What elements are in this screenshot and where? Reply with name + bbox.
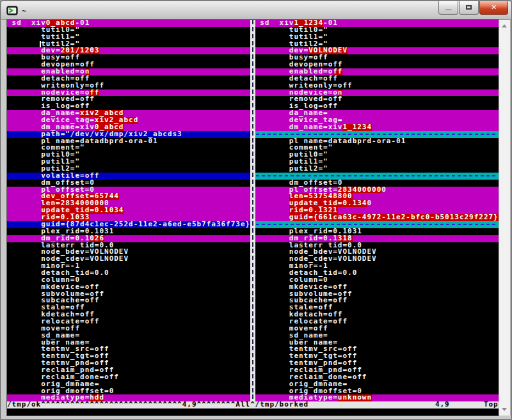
diff-line-right: tentmv_src=off	[255, 346, 499, 353]
vertical-split-divider[interactable]	[250, 193, 255, 200]
vertical-split-divider[interactable]	[250, 152, 255, 159]
vertical-split-divider[interactable]	[250, 291, 255, 298]
vertical-split-divider[interactable]	[250, 187, 255, 194]
vertical-split-divider[interactable]	[250, 228, 255, 235]
vertical-split-divider[interactable]	[250, 277, 255, 284]
vertical-split-divider[interactable]	[250, 367, 255, 374]
terminal-screen[interactable]: sd xiv0_abcd-01 sd xiv1_1234-01 tutil0="…	[7, 20, 499, 416]
vertical-split-divider[interactable]	[250, 353, 255, 360]
window-controls: — ✕	[438, 1, 508, 15]
vertical-split-divider[interactable]	[250, 41, 255, 48]
scrollbar-track[interactable]	[499, 20, 511, 416]
vertical-split-divider[interactable]	[250, 96, 255, 103]
vertical-split-divider[interactable]	[250, 297, 255, 304]
diff-text: tentmv_tgt=off	[7, 353, 109, 360]
scrollbar-down-arrow-icon[interactable]	[499, 405, 510, 414]
diff-changed-text: xiv2_abcd	[95, 117, 138, 124]
vertical-split-divider[interactable]	[250, 214, 255, 221]
vertical-split-divider[interactable]	[250, 54, 255, 61]
scrollbar-up-arrow-icon[interactable]	[499, 22, 510, 31]
diff-line-right: detach_tid=0.0	[255, 270, 499, 277]
terminal-row: nodevice=off nodevice=on	[7, 89, 499, 97]
terminal-row: putil1=" putil1="	[7, 159, 499, 166]
vertical-split-divider[interactable]	[250, 159, 255, 166]
vertical-split-divider[interactable]	[250, 304, 255, 311]
vertical-split-divider[interactable]	[250, 235, 255, 242]
vertical-split-divider[interactable]	[250, 138, 255, 145]
diff-line-right: tutil2="	[255, 41, 499, 48]
diff-text: relocate=off	[7, 318, 99, 325]
diff-line-right: relocate=off	[255, 318, 499, 325]
vertical-split-divider[interactable]	[250, 20, 255, 27]
vertical-split-divider[interactable]	[250, 68, 255, 75]
diff-line-right: plex_rid=0.1031	[255, 228, 499, 235]
diff-text: putil0="	[255, 152, 328, 159]
diff-text: sd xiv	[255, 20, 294, 27]
diff-text: putil0="	[7, 152, 80, 159]
diff-line-right: lasterr_tid=0.0	[255, 242, 499, 249]
vertical-split-divider[interactable]	[250, 374, 255, 381]
vertical-split-divider[interactable]	[250, 144, 255, 152]
vertical-split-divider[interactable]	[250, 110, 255, 117]
vertical-split-divider[interactable]	[250, 207, 255, 214]
vertical-split-divider[interactable]	[250, 360, 255, 367]
diff-text: tentmv_pnd=off	[7, 360, 109, 367]
vertical-split-divider[interactable]	[250, 47, 255, 54]
diff-line-left: stale=off	[7, 304, 250, 311]
vertical-split-divider[interactable]	[250, 318, 255, 325]
vertical-split-divider[interactable]	[250, 263, 255, 270]
vertical-split-divider[interactable]	[250, 346, 255, 353]
vertical-split-divider[interactable]	[250, 34, 255, 41]
vertical-split-divider[interactable]	[250, 200, 255, 207]
vertical-split-divider[interactable]	[250, 332, 255, 339]
vertical-split-divider[interactable]	[250, 270, 255, 277]
diff-line-left: move=off	[7, 325, 250, 332]
titlebar[interactable]: ~ — ✕	[1, 1, 511, 20]
minimize-button[interactable]: —	[438, 1, 458, 15]
vertical-split-divider[interactable]	[250, 117, 255, 124]
vertical-split-divider[interactable]	[250, 124, 255, 131]
vertical-split-divider[interactable]	[250, 394, 255, 401]
vertical-split-divider[interactable]	[250, 325, 255, 332]
diff-line-right: mkdevice=off	[255, 284, 499, 291]
diff-line-left: nodevice=off	[7, 89, 250, 97]
vertical-split-divider[interactable]	[250, 131, 255, 138]
vertical-split-divider[interactable]	[250, 249, 255, 256]
vertical-split-divider[interactable]	[250, 388, 255, 395]
diff-line-right: minor=-1	[255, 263, 499, 270]
diff-changed-text: 318	[338, 235, 353, 242]
vertical-split-divider[interactable]	[250, 284, 255, 291]
diff-text: dev=	[7, 47, 61, 54]
vertical-split-divider[interactable]	[250, 89, 255, 97]
diff-text: writeonly=off	[7, 82, 104, 89]
vertical-split-divider[interactable]	[250, 242, 255, 249]
terminal-row: relocate=off relocate=off	[7, 318, 499, 325]
vertical-split-divider[interactable]	[250, 103, 255, 110]
diff-text: pl_name=datadbprd-ora-01	[7, 138, 158, 145]
vertical-split-divider[interactable]	[250, 256, 255, 263]
diff-text: volatile=off	[7, 173, 99, 180]
diff-line-right	[255, 221, 499, 228]
diff-line-left: sd_name=	[7, 332, 250, 339]
vertical-split-divider[interactable]	[250, 339, 255, 346]
vertical-split-divider[interactable]	[250, 166, 255, 173]
terminal-row: stale=off stale=off	[7, 304, 499, 311]
terminal-row: sd_name= sd_name=	[7, 332, 499, 339]
vertical-split-divider[interactable]	[250, 75, 255, 82]
diff-text: stale=off	[255, 304, 333, 311]
diff-text: mkdevice=off	[7, 284, 99, 291]
window-frame: ~ — ✕ sd xiv0_abcd-01 sd xiv1_1234-01 tu…	[0, 0, 512, 420]
vertical-split-divider[interactable]	[250, 82, 255, 89]
vertical-split-divider[interactable]	[250, 381, 255, 388]
diff-text	[7, 207, 41, 214]
vertical-split-divider[interactable]	[250, 180, 255, 187]
vertical-split-divider[interactable]	[250, 221, 255, 228]
vertical-split-divider[interactable]	[250, 173, 255, 180]
maximize-button[interactable]	[459, 1, 479, 15]
close-button[interactable]: ✕	[479, 1, 508, 15]
vertical-split-divider[interactable]	[250, 27, 255, 34]
vertical-split-divider[interactable]	[250, 61, 255, 68]
diff-text: removed=off	[7, 96, 95, 103]
diff-line-right: devopen=off	[255, 61, 499, 68]
vertical-split-divider[interactable]	[250, 311, 255, 318]
